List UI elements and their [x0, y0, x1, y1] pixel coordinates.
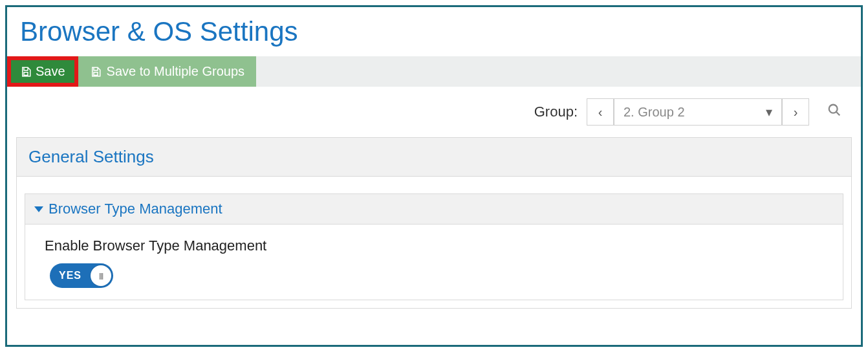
toggle-state-label: YES — [59, 270, 81, 281]
settings-window: Browser & OS Settings Save Save to Multi… — [5, 5, 863, 347]
chevron-left-icon: ‹ — [598, 105, 603, 120]
chevron-down-icon: ▾ — [766, 104, 772, 120]
save-multiple-label: Save to Multiple Groups — [107, 64, 244, 79]
browser-type-header-label: Browser Type Management — [49, 201, 222, 217]
page-title: Browser & OS Settings — [7, 7, 861, 56]
svg-rect-1 — [94, 72, 98, 75]
floppy-icon — [20, 66, 32, 78]
svg-point-2 — [829, 105, 838, 113]
save-button-highlight: Save — [7, 56, 78, 87]
svg-rect-0 — [24, 72, 28, 75]
toolbar: Save Save to Multiple Groups — [7, 56, 861, 87]
save-multiple-button[interactable]: Save to Multiple Groups — [78, 56, 256, 87]
browser-type-panel: Browser Type Management Enable Browser T… — [25, 193, 843, 300]
toggle-knob: ||| — [91, 265, 111, 286]
enable-browser-type-toggle[interactable]: YES ||| — [50, 263, 113, 288]
browser-type-body: Enable Browser Type Management YES ||| — [25, 225, 843, 300]
caret-down-icon — [34, 206, 43, 212]
group-selector-row: Group: ‹ 2. Group 2 ▾ › — [7, 87, 861, 137]
general-settings-body: Browser Type Management Enable Browser T… — [17, 177, 851, 308]
group-label: Group: — [534, 104, 578, 120]
svg-line-3 — [836, 112, 840, 116]
enable-browser-type-label: Enable Browser Type Management — [45, 237, 823, 254]
save-button[interactable]: Save — [11, 60, 74, 83]
group-select-value: 2. Group 2 — [624, 105, 685, 120]
save-button-label: Save — [36, 64, 65, 79]
group-select[interactable]: 2. Group 2 ▾ — [614, 98, 782, 126]
group-prev-button[interactable]: ‹ — [587, 98, 614, 126]
search-icon[interactable] — [816, 103, 845, 121]
browser-type-header[interactable]: Browser Type Management — [25, 194, 843, 225]
general-settings-header: General Settings — [17, 138, 851, 177]
general-settings-panel: General Settings Browser Type Management… — [16, 137, 852, 309]
floppy-icon — [90, 66, 102, 78]
group-next-button[interactable]: › — [782, 98, 809, 126]
chevron-right-icon: › — [794, 105, 798, 120]
